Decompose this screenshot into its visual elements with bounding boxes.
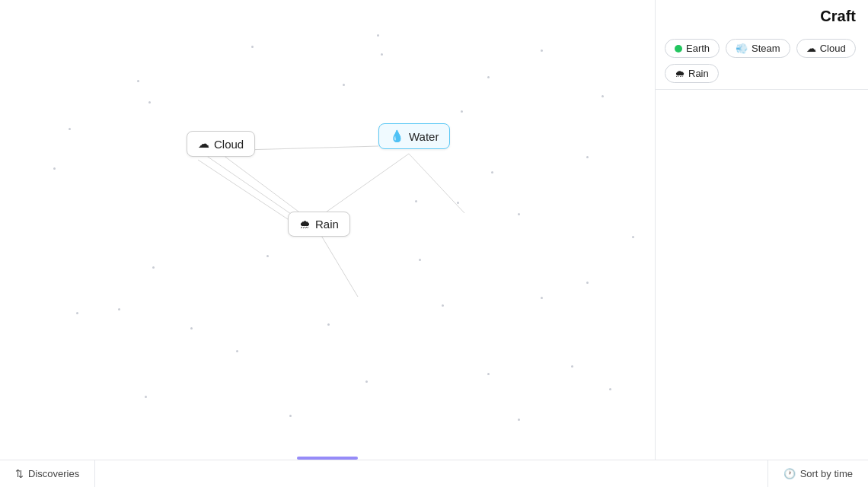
canvas-dot	[69, 128, 71, 130]
canvas-dot	[586, 156, 589, 158]
canvas-dot	[602, 95, 604, 97]
canvas-dot	[609, 388, 611, 390]
canvas-dot	[118, 308, 120, 310]
svg-line-5	[409, 154, 464, 213]
sidebar-chips: Earth💨Steam☁Cloud🌧Rain	[656, 31, 868, 90]
canvas-dot	[487, 76, 490, 78]
chip-cloud[interactable]: ☁Cloud	[796, 39, 856, 58]
rain-node-icon: 🌧	[299, 218, 311, 231]
water-node-label: Water	[409, 130, 439, 143]
cloud-node[interactable]: ☁ Cloud	[187, 131, 255, 157]
cloud-node-label: Cloud	[214, 138, 244, 151]
canvas-dot	[586, 282, 589, 284]
canvas-dot	[236, 350, 238, 352]
chip-rain-label: Rain	[688, 68, 709, 79]
canvas-dot	[487, 373, 490, 375]
canvas-dot	[137, 80, 139, 82]
chip-earth-label: Earth	[686, 43, 710, 54]
cloud-node-icon: ☁	[198, 137, 209, 151]
canvas-dot	[152, 266, 155, 269]
canvas-dot	[365, 380, 368, 383]
svg-line-2	[206, 155, 301, 221]
canvas-dot	[518, 213, 520, 215]
discoveries-button[interactable]: ⇅ Discoveries	[0, 460, 95, 487]
sort-by-time-button[interactable]: 🕐 Sort by time	[767, 460, 868, 487]
sort-label: Sort by time	[800, 468, 853, 479]
svg-line-4	[316, 154, 409, 219]
canvas-dot	[461, 110, 463, 113]
bottom-bar: ⇅ Discoveries 🕐 Sort by time	[0, 460, 868, 487]
rain-node-label: Rain	[315, 218, 339, 231]
canvas-dot	[571, 365, 573, 368]
chip-cloud-label: Cloud	[820, 43, 846, 54]
svg-line-3	[198, 160, 297, 225]
canvas-dot	[457, 202, 459, 204]
canvas-dot	[377, 34, 379, 37]
svg-line-1	[217, 151, 305, 216]
sort-icon: 🕐	[783, 468, 796, 479]
sidebar-content	[656, 90, 868, 487]
canvas-dot	[327, 323, 330, 326]
canvas-dot	[251, 46, 254, 48]
canvas-dot	[53, 167, 56, 170]
canvas-area[interactable]: ☁ Cloud 💧 Water 🌧 Rain	[0, 0, 655, 487]
sidebar: Craft Earth💨Steam☁Cloud🌧Rain	[655, 0, 868, 487]
canvas-dot	[541, 297, 543, 299]
discoveries-label: Discoveries	[28, 468, 79, 479]
canvas-dot	[632, 236, 634, 238]
rain-node[interactable]: 🌧 Rain	[288, 212, 350, 237]
canvas-dot	[76, 312, 78, 314]
sidebar-header: Craft	[656, 0, 868, 31]
canvas-dot	[491, 171, 493, 173]
canvas-svg	[0, 0, 655, 487]
water-node-icon: 💧	[390, 129, 404, 143]
canvas-dot	[145, 396, 147, 398]
svg-line-6	[316, 227, 358, 297]
chip-earth[interactable]: Earth	[665, 39, 720, 58]
discoveries-icon: ⇅	[15, 468, 24, 479]
canvas-dot	[541, 49, 543, 52]
canvas-dot	[442, 304, 444, 307]
canvas-dot	[381, 53, 383, 56]
canvas-dot	[419, 259, 421, 261]
canvas-dot	[190, 327, 193, 329]
canvas-dot	[289, 415, 292, 417]
chip-steam[interactable]: 💨Steam	[726, 39, 790, 58]
water-node[interactable]: 💧 Water	[378, 123, 450, 149]
canvas-dot	[148, 101, 151, 103]
canvas-dot	[518, 419, 520, 421]
chip-steam-label: Steam	[752, 43, 780, 54]
chip-rain[interactable]: 🌧Rain	[665, 64, 719, 83]
canvas-dot	[266, 255, 269, 257]
craft-title: Craft	[820, 8, 856, 25]
canvas-dot	[343, 84, 345, 86]
canvas-dot	[415, 200, 417, 202]
